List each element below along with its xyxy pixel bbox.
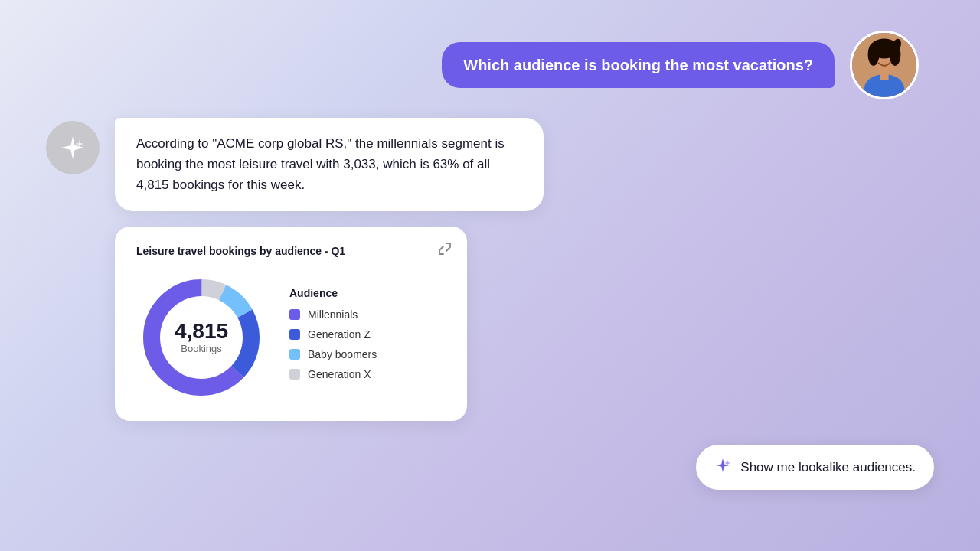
donut-total-label: Bookings [175,343,228,354]
chart-title: Leisure travel bookings by audience - Q1 [136,245,446,257]
donut-center: 4,815 Bookings [175,320,228,355]
user-question-bubble: Which audience is booking the most vacat… [442,42,835,88]
user-avatar [850,31,919,99]
suggestion-text: Show me lookalike audiences. [740,460,916,475]
legend-millennials: Millennials [289,308,446,321]
chart-card: Leisure travel bookings by audience - Q1 [115,227,467,421]
donut-chart: 4,815 Bookings [136,272,266,403]
ai-response-text: According to "ACME corp global RS," the … [136,136,505,192]
svg-rect-8 [880,70,888,80]
svg-point-4 [868,43,880,66]
suggestion-spark-icon [714,457,731,478]
chart-legend: Audience Millennials Generation Z Baby b… [289,287,446,388]
ai-avatar [46,121,100,174]
legend-dot-generation-x [289,369,300,380]
ai-message-row: According to "ACME corp global RS," the … [46,118,934,211]
legend-title: Audience [289,287,446,299]
legend-label-baby-boomers: Baby boomers [308,348,377,360]
ai-response-bubble: According to "ACME corp global RS," the … [115,118,544,211]
legend-generation-x: Generation X [289,368,446,380]
legend-dot-generation-z [289,329,300,340]
expand-icon[interactable] [438,242,452,259]
legend-dot-baby-boomers [289,349,300,360]
chart-content: 4,815 Bookings Audience Millennials Gene… [136,272,446,403]
legend-dot-millennials [289,309,300,320]
ai-spark-icon [58,133,87,162]
suggestion-bubble[interactable]: Show me lookalike audiences. [696,445,934,490]
legend-label-millennials: Millennials [308,308,358,321]
donut-total-number: 4,815 [175,320,228,344]
user-message-row: Which audience is booking the most vacat… [46,31,934,99]
user-question-text: Which audience is booking the most vacat… [463,57,813,73]
legend-baby-boomers: Baby boomers [289,348,446,360]
legend-generation-z: Generation Z [289,328,446,341]
chat-container: Which audience is booking the most vacat… [0,0,980,551]
avatar-image [852,33,916,97]
avatar-svg [852,33,916,97]
legend-label-generation-z: Generation Z [308,328,371,341]
legend-label-generation-x: Generation X [308,368,371,380]
